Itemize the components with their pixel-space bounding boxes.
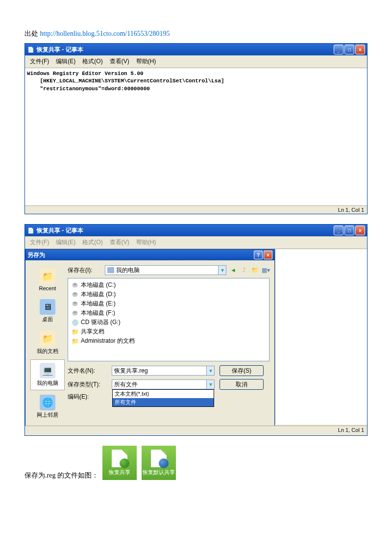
reg-file-icon: [112, 450, 127, 467]
maximize-button[interactable]: □: [344, 45, 354, 54]
list-item[interactable]: ⛃本地磁盘 (D:): [70, 290, 267, 299]
cancel-button[interactable]: 取消: [220, 379, 264, 390]
filename-input[interactable]: 恢复共享.reg▾: [112, 366, 215, 376]
menu-file[interactable]: 文件(F): [27, 56, 52, 67]
editor-background[interactable]: [275, 249, 367, 425]
desktop-icon: 🖥: [40, 299, 55, 315]
source-prefix: 出处: [24, 30, 40, 37]
filename-label: 文件名(N):: [68, 367, 107, 375]
filetype-input[interactable]: 所有文件 ▾ 文本文档(*.txt) 所有文件: [112, 379, 215, 389]
reg-icon-2[interactable]: 恢复默认共享: [142, 446, 176, 480]
location-value: 我的电脑: [116, 266, 140, 275]
menu-view: 查看(V): [107, 237, 132, 248]
list-item-label: 共享文档: [81, 328, 104, 336]
menu-file: 文件(F): [27, 237, 52, 248]
places-recent[interactable]: 📁Recent: [30, 265, 65, 295]
cd-icon: 💿: [71, 319, 79, 326]
close-button[interactable]: ×: [264, 251, 272, 259]
maximize-button[interactable]: □: [344, 226, 354, 235]
titlebar[interactable]: 📄 恢复共享 - 记事本 _ □ ×: [25, 44, 367, 55]
reg-icon-1[interactable]: 恢复共享: [102, 446, 137, 480]
list-item-label: 本地磁盘 (D:): [81, 290, 116, 299]
location-combo[interactable]: 我的电脑 ▾: [105, 265, 226, 275]
list-item[interactable]: ⛃本地磁盘 (F:): [70, 308, 267, 318]
dialog-bottom: 文件名(N): 恢复共享.reg▾ 保存(S) 保存类型(T): 所有文件 ▾ …: [68, 365, 270, 401]
save-button[interactable]: 保存(S): [220, 365, 264, 376]
places-label: 我的电脑: [37, 379, 58, 387]
notepad-icon: 📄: [27, 227, 35, 234]
menu-format[interactable]: 格式(O): [79, 56, 105, 67]
dialog-main: 保存在(I): 我的电脑 ▾ ◄ ⤴ 📁 ▦▾: [68, 265, 270, 422]
notepad-window-2: 📄 恢复共享 - 记事本 _ □ × 文件(F) 编辑(E) 格式(O) 查看(…: [24, 224, 368, 436]
minimize-button[interactable]: _: [334, 45, 343, 54]
window-controls: _ □ ×: [334, 226, 365, 235]
places-desktop[interactable]: 🖥桌面: [30, 296, 65, 327]
recent-icon: 📁: [40, 269, 55, 284]
filename-value: 恢复共享.reg: [114, 367, 148, 375]
filetype-label: 保存类型(T):: [68, 380, 107, 389]
filetype-option-selected[interactable]: 所有文件: [113, 398, 214, 406]
menu-edit[interactable]: 编辑(E): [53, 56, 78, 67]
menu-format: 格式(O): [79, 237, 105, 248]
disk-icon: ⛃: [71, 310, 79, 317]
reg-blob-icon: [120, 458, 129, 468]
dropdown-arrow-icon[interactable]: ▾: [206, 380, 214, 389]
reg-file-line: 保存为.reg 的文件如图： 恢复共享 恢复默认共享: [24, 446, 368, 480]
newfolder-icon[interactable]: 📁: [251, 266, 259, 274]
menu-bar: 文件(F) 编辑(E) 格式(O) 查看(V) 帮助(H): [25, 55, 367, 68]
folder-icon: 📁: [71, 338, 79, 345]
dialog-title: 另存为: [27, 251, 254, 259]
dropdown-arrow-icon[interactable]: ▾: [218, 266, 226, 275]
list-item[interactable]: ⛃本地磁盘 (E:): [70, 299, 267, 308]
text-area[interactable]: Windows Registry Editor Version 5.00 [HK…: [25, 68, 367, 205]
notepad-window-1: 📄 恢复共享 - 记事本 _ □ × 文件(F) 编辑(E) 格式(O) 查看(…: [24, 43, 368, 214]
mydocs-icon: 📁: [40, 331, 55, 347]
reg-file-text: 保存为.reg 的文件如图：: [24, 471, 98, 480]
reg-icon-label: 恢复默认共享: [143, 469, 175, 476]
places-label: 网上邻居: [37, 411, 58, 419]
back-icon[interactable]: ◄: [229, 266, 237, 274]
list-item[interactable]: ⛃本地磁盘 (C:): [70, 280, 267, 290]
minimize-button[interactable]: _: [334, 226, 343, 235]
up-icon[interactable]: ⤴: [240, 266, 248, 274]
mycomputer-icon: 💻: [40, 363, 55, 378]
list-item-label: 本地磁盘 (C:): [81, 281, 116, 289]
places-network[interactable]: 🌐网上邻居: [30, 391, 65, 422]
places-mycomputer[interactable]: 💻我的电脑: [30, 359, 65, 390]
disk-icon: ⛃: [71, 282, 79, 289]
list-item[interactable]: 📁共享文档: [70, 327, 267, 336]
places-mydocs[interactable]: 📁我的文档: [30, 328, 65, 358]
places-bar: 📁Recent 🖥桌面 📁我的文档 💻我的电脑 🌐网上邻居: [30, 265, 65, 422]
mycomputer-icon: [107, 267, 114, 273]
notepad-icon: 📄: [27, 46, 35, 53]
filetype-value: 所有文件: [114, 380, 138, 389]
disk-icon: ⛃: [71, 301, 79, 307]
close-button[interactable]: ×: [355, 226, 365, 235]
source-line: 出处 http://hollenliu.blog.51cto.com/11655…: [24, 29, 368, 38]
menu-edit: 编辑(E): [53, 237, 78, 248]
location-row: 保存在(I): 我的电脑 ▾ ◄ ⤴ 📁 ▦▾: [68, 265, 270, 275]
places-label: 我的文档: [37, 348, 58, 355]
reg-icons: 恢复共享 恢复默认共享: [102, 446, 176, 480]
reg-icon-label: 恢复共享: [109, 469, 130, 476]
encoding-label: 编码(E):: [68, 393, 107, 401]
location-label: 保存在(I):: [68, 266, 102, 275]
close-button[interactable]: ×: [355, 45, 365, 54]
menu-help: 帮助(H): [133, 237, 159, 248]
list-item-label: 本地磁盘 (E:): [81, 300, 116, 308]
source-link[interactable]: http://hollenliu.blog.51cto.com/116553/2…: [40, 30, 170, 37]
menu-help[interactable]: 帮助(H): [133, 56, 159, 67]
dialog-titlebar[interactable]: 另存为 ? ×: [25, 250, 274, 260]
titlebar[interactable]: 📄 恢复共享 - 记事本 _ □ ×: [25, 225, 367, 236]
file-list[interactable]: ⛃本地磁盘 (C:) ⛃本地磁盘 (D:) ⛃本地磁盘 (E:) ⛃本地磁盘 (…: [68, 278, 270, 361]
dropdown-arrow-icon[interactable]: ▾: [206, 366, 214, 375]
save-as-dialog: 另存为 ? × 📁Recent 🖥桌面 📁我的文档 💻我的电脑 🌐网上邻居 保存…: [25, 249, 275, 428]
list-item[interactable]: 💿CD 驱动器 (G:): [70, 318, 267, 327]
list-item-label: Administrator 的文档: [81, 337, 135, 345]
views-icon[interactable]: ▦▾: [262, 266, 270, 274]
folder-icon: 📁: [71, 328, 79, 335]
help-button[interactable]: ?: [254, 251, 263, 259]
list-item[interactable]: 📁Administrator 的文档: [70, 336, 267, 346]
filetype-option[interactable]: 文本文档(*.txt): [113, 390, 214, 398]
menu-view[interactable]: 查看(V): [107, 56, 132, 67]
